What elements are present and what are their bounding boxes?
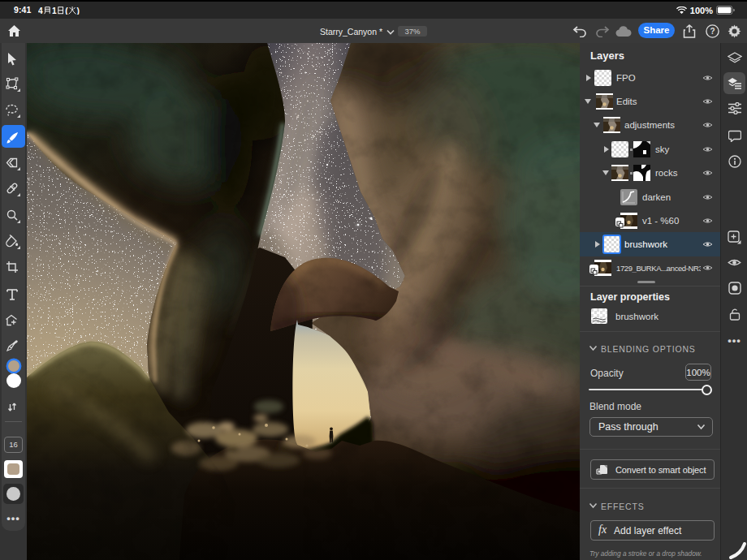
svg-text:?: ?	[710, 27, 715, 36]
svg-text:): )	[77, 6, 80, 15]
svg-text:4: 4	[38, 6, 43, 15]
svg-text:1: 1	[52, 6, 57, 15]
svg-text:(: (	[66, 6, 69, 15]
